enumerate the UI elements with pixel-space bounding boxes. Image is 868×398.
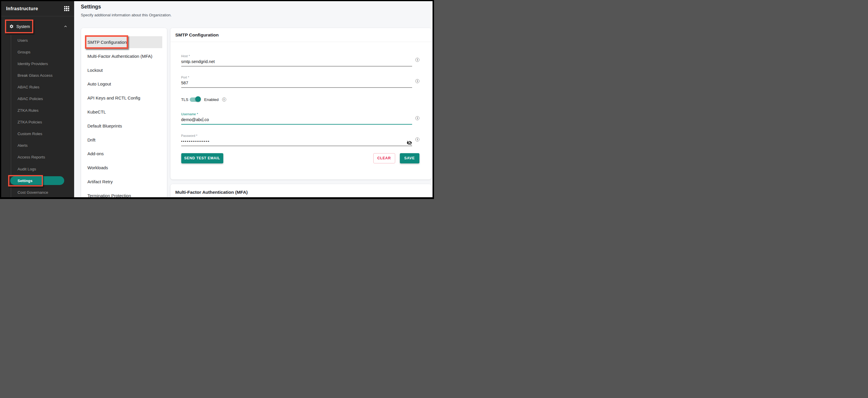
nav-item-label: Workloads <box>81 165 108 170</box>
host-input[interactable]: Host * smtp.sendgrid.net <box>181 54 412 66</box>
settings-nav-item-api-keys-and-rctl-config[interactable]: API Keys and RCTL Config <box>81 91 167 105</box>
settings-nav-item-multi-factor-authentication-mfa[interactable]: Multi-Factor Authentication (MFA) <box>81 49 167 63</box>
password-label: Password * <box>181 134 412 138</box>
sidebar-item-ztka-rules[interactable]: ZTKA Rules <box>1 105 74 116</box>
settings-nav-item-auto-logout[interactable]: Auto Logout <box>81 77 167 91</box>
nav-item-label: KubeCTL <box>81 110 106 114</box>
sidebar-menu: UsersGroupsIdentity ProvidersBreak Glass… <box>1 34 74 197</box>
sidebar-item-label: Audit Logs <box>18 167 36 171</box>
tls-toggle-thumb <box>195 96 201 102</box>
sidebar-item-identity-providers[interactable]: Identity Providers <box>1 58 74 69</box>
sidebar-item-label: ABAC Rules <box>18 85 39 89</box>
smtp-configuration-card: SMTP Configuration Host * smtp.sendgrid.… <box>170 28 431 179</box>
sidebar-item-label: Alerts <box>18 143 28 148</box>
sidebar-item-abac-policies[interactable]: ABAC Policies <box>1 93 74 104</box>
settings-nav-card: SMTP ConfigurationMulti-Factor Authentic… <box>81 28 167 197</box>
sidebar-section-system[interactable]: System <box>1 20 74 33</box>
nav-item-label: SMTP Configuration <box>81 40 127 44</box>
sidebar-item-access-reports[interactable]: Access Reports <box>1 151 74 163</box>
tls-toggle[interactable] <box>190 96 201 102</box>
sidebar-item-label: Access Reports <box>18 155 45 159</box>
password-input[interactable]: Password * ••••••••••••••• <box>181 134 412 146</box>
sidebar-item-custom-roles[interactable]: Custom Roles <box>1 128 74 140</box>
sidebar-item-label: ZTKA Policies <box>18 120 42 124</box>
port-info-icon[interactable]: i <box>415 79 420 83</box>
settings-nav-item-smtp-configuration[interactable]: SMTP Configuration <box>81 35 167 49</box>
port-value: 587 <box>181 81 412 86</box>
username-info-icon[interactable]: i <box>415 116 420 120</box>
sidebar-active-pill: Settings <box>10 176 64 185</box>
port-underline <box>181 87 412 88</box>
sidebar-item-audit-logs[interactable]: Audit Logs <box>1 163 74 175</box>
password-info-icon[interactable]: i <box>415 137 420 142</box>
password-value-masked: ••••••••••••••• <box>181 139 412 144</box>
tls-status-text: Enabled <box>204 97 219 102</box>
sidebar-item-groups[interactable]: Groups <box>1 46 74 58</box>
settings-nav-item-termination-protection[interactable]: Termination Protection <box>81 188 167 197</box>
host-label: Host * <box>181 54 412 58</box>
nav-item-label: Drift <box>81 137 95 143</box>
port-label: Port * <box>181 75 412 80</box>
username-input[interactable]: Username * demo@abc.co <box>181 112 412 125</box>
sidebar-item-alerts[interactable]: Alerts <box>1 140 74 151</box>
tls-info-icon[interactable]: i <box>222 97 226 101</box>
sidebar-item-label: Groups <box>18 50 30 54</box>
app-brand: Infrastructure <box>6 6 38 11</box>
sidebar-item-abac-rules[interactable]: ABAC Rules <box>1 81 74 93</box>
apps-grid-icon[interactable] <box>64 6 69 11</box>
tls-label: TLS <box>181 97 189 102</box>
settings-nav-list: SMTP ConfigurationMulti-Factor Authentic… <box>81 35 167 197</box>
port-input[interactable]: Port * 587 <box>181 75 412 88</box>
nav-item-label: Termination Protection <box>81 193 131 197</box>
sidebar-section-label: System <box>17 24 30 29</box>
clear-button[interactable]: CLEAR <box>373 153 395 163</box>
app-window: Infrastructure System UsersGroupsIdentit… <box>1 1 433 197</box>
sidebar-item-label: Break Glass Access <box>18 73 53 78</box>
sidebar-item-label: Users <box>18 38 28 42</box>
nav-item-label: Artifact Retry <box>81 179 113 184</box>
settings-nav-item-kubectl[interactable]: KubeCTL <box>81 105 167 119</box>
host-value: smtp.sendgrid.net <box>181 59 412 64</box>
sidebar: Infrastructure System UsersGroupsIdentit… <box>1 1 74 197</box>
smtp-card-title: SMTP Configuration <box>170 28 431 42</box>
sidebar-item-settings[interactable]: Settings <box>1 175 74 186</box>
sidebar-item-break-glass-access[interactable]: Break Glass Access <box>1 69 74 81</box>
main-content: Settings Specify additional information … <box>74 1 433 197</box>
settings-nav-item-lockout[interactable]: Lockout <box>81 63 167 77</box>
sidebar-header: Infrastructure <box>1 1 74 16</box>
settings-nav-item-workloads[interactable]: Workloads <box>81 161 167 175</box>
username-value: demo@abc.co <box>181 117 412 122</box>
sidebar-item-label: ZTKA Rules <box>18 108 38 113</box>
host-info-icon[interactable]: i <box>415 58 420 62</box>
screenshot-frame: Infrastructure System UsersGroupsIdentit… <box>0 0 434 199</box>
password-visibility-off-icon[interactable] <box>407 140 412 146</box>
sidebar-item-label: Custom Roles <box>18 131 42 136</box>
save-button[interactable]: SAVE <box>400 153 420 163</box>
gear-icon <box>9 24 14 29</box>
send-test-email-button[interactable]: SEND TEST EMAIL <box>181 153 223 163</box>
nav-item-label: Default Blueprints <box>81 123 122 128</box>
host-underline <box>181 66 412 66</box>
username-label: Username * <box>181 112 412 116</box>
settings-nav-item-drift[interactable]: Drift <box>81 133 167 147</box>
page-subtitle: Specify additional information about thi… <box>81 13 172 17</box>
nav-item-label: Lockout <box>81 68 103 73</box>
sidebar-item-label: Identity Providers <box>18 62 48 66</box>
nav-item-label: Multi-Factor Authentication (MFA) <box>81 54 152 59</box>
sidebar-item-ztka-policies[interactable]: ZTKA Policies <box>1 116 74 128</box>
sidebar-item-label: Settings <box>18 179 32 183</box>
sidebar-item-users[interactable]: Users <box>1 34 74 46</box>
sidebar-item-label: ABAC Policies <box>18 97 43 101</box>
settings-nav-item-artifact-retry[interactable]: Artifact Retry <box>81 175 167 189</box>
password-underline <box>181 146 412 146</box>
sidebar-item-cost-governance[interactable]: Cost Governance <box>1 186 74 197</box>
settings-nav-item-add-ons[interactable]: Add-ons <box>81 147 167 161</box>
mfa-card: Multi-Factor Authentication (MFA) <box>170 184 431 197</box>
page-title: Settings <box>81 4 101 10</box>
settings-nav-item-default-blueprints[interactable]: Default Blueprints <box>81 119 167 133</box>
username-underline <box>181 124 412 125</box>
sidebar-item-label: Cost Governance <box>18 190 48 195</box>
nav-item-label: Auto Logout <box>81 82 111 86</box>
chevron-up-icon[interactable] <box>63 24 68 29</box>
mfa-card-title: Multi-Factor Authentication (MFA) <box>170 184 431 197</box>
